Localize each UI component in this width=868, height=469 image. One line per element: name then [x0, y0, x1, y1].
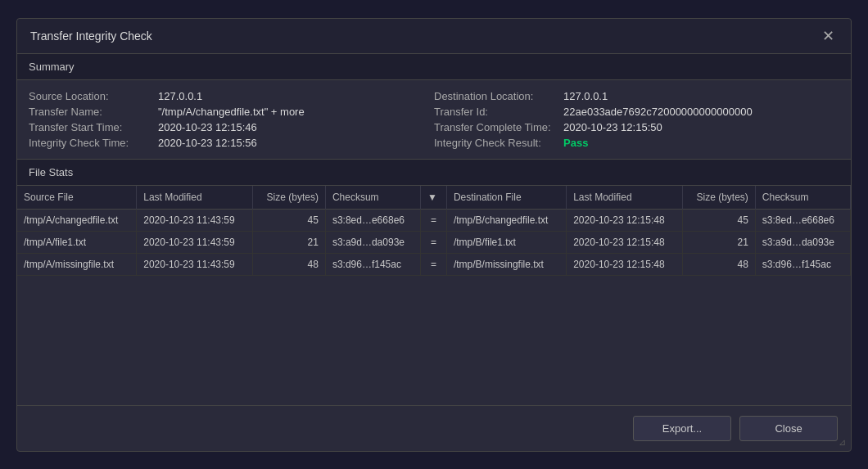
transfer-name-label: Transfer Name: [29, 106, 151, 118]
export-button[interactable]: Export... [633, 416, 731, 441]
table-row: /tmp/A/file1.txt 2020-10-23 11:43:59 21 … [17, 231, 851, 253]
close-button[interactable]: Close [739, 416, 838, 441]
src-modified-cell: 2020-10-23 11:43:59 [137, 231, 253, 253]
dst-checksum-cell: s3:8ed…e668e6 [755, 209, 850, 231]
src-modified-cell: 2020-10-23 11:43:59 [137, 253, 253, 275]
destination-location-row: Destination Location: 127.0.0.1 [434, 88, 839, 104]
close-icon-button[interactable]: ✕ [819, 29, 838, 43]
integrity-check-label: Integrity Check Time: [29, 137, 151, 149]
dst-file-cell: /tmp/B/changedfile.txt [446, 209, 566, 231]
src-checksum-cell: s3:8ed…e668e6 [325, 209, 420, 231]
source-location-label: Source Location: [29, 90, 151, 102]
transfer-name-value: "/tmp/A/changedfile.txt" + more [158, 106, 305, 118]
dst-modified-cell: 2020-10-23 12:15:48 [567, 253, 683, 275]
eq-cell: = [421, 231, 447, 253]
destination-location-label: Destination Location: [434, 90, 557, 102]
src-file-cell: /tmp/A/changedfile.txt [17, 209, 137, 231]
src-checksum-cell: s3:d96…f145ac [325, 253, 420, 275]
dst-size-cell: 45 [683, 209, 756, 231]
src-file-cell: /tmp/A/missingfile.txt [17, 253, 137, 275]
transfer-name-row: Transfer Name: "/tmp/A/changedfile.txt" … [29, 104, 434, 120]
src-size-cell: 21 [253, 231, 326, 253]
col-dst-size: Size (bytes) [683, 186, 756, 210]
transfer-integrity-dialog: Transfer Integrity Check ✕ Summary Sourc… [16, 18, 852, 452]
transfer-complete-value: 2020-10-23 12:15:50 [563, 121, 662, 133]
src-modified-cell: 2020-10-23 11:43:59 [137, 209, 253, 231]
integrity-result-label: Integrity Check Result: [434, 137, 557, 149]
col-src-file: Source File [17, 186, 137, 210]
table-row: /tmp/A/missingfile.txt 2020-10-23 11:43:… [17, 253, 851, 275]
destination-location-value: 127.0.0.1 [563, 90, 608, 102]
file-stats-table-wrapper: Source File Last Modified Size (bytes) C… [17, 186, 851, 276]
eq-cell: = [421, 209, 447, 231]
transfer-start-value: 2020-10-23 12:15:46 [158, 121, 257, 133]
file-stats-header: File Stats [17, 160, 851, 186]
summary-left-col: Source Location: 127.0.0.1 Transfer Name… [29, 88, 434, 151]
dst-file-cell: /tmp/B/missingfile.txt [446, 253, 566, 275]
transfer-start-label: Transfer Start Time: [29, 121, 151, 133]
src-size-cell: 45 [253, 209, 326, 231]
col-src-size: Size (bytes) [253, 186, 326, 210]
table-header-row: Source File Last Modified Size (bytes) C… [17, 186, 851, 210]
transfer-id-row: Transfer Id: 22ae033ade7692c720000000000… [434, 104, 839, 120]
dst-file-cell: /tmp/B/file1.txt [446, 231, 566, 253]
summary-section-header: Summary [17, 54, 851, 80]
resize-handle[interactable]: ⊿ [839, 437, 846, 448]
col-src-checksum: Checksum [325, 186, 420, 210]
transfer-id-value: 22ae033ade7692c72000000000000000 [563, 106, 753, 118]
file-stats-section: File Stats Source File Last Modified Siz… [17, 160, 851, 405]
dialog-footer: Export... Close [17, 405, 851, 451]
transfer-id-label: Transfer Id: [434, 106, 557, 118]
dst-modified-cell: 2020-10-23 12:15:48 [567, 231, 683, 253]
src-size-cell: 48 [253, 253, 326, 275]
integrity-result-row: Integrity Check Result: Pass [434, 135, 839, 151]
col-src-last-modified: Last Modified [137, 186, 253, 210]
transfer-complete-row: Transfer Complete Time: 2020-10-23 12:15… [434, 120, 839, 135]
integrity-check-row: Integrity Check Time: 2020-10-23 12:15:5… [29, 135, 434, 151]
summary-grid: Source Location: 127.0.0.1 Transfer Name… [17, 80, 851, 160]
dst-size-cell: 21 [683, 231, 756, 253]
col-dst-checksum: Checksum [755, 186, 850, 210]
dialog-header: Transfer Integrity Check ✕ [17, 19, 851, 54]
integrity-check-value: 2020-10-23 12:15:56 [158, 137, 257, 149]
src-file-cell: /tmp/A/file1.txt [17, 231, 137, 253]
source-location-row: Source Location: 127.0.0.1 [29, 88, 434, 104]
transfer-complete-label: Transfer Complete Time: [434, 121, 557, 133]
col-dst-file: Destination File [446, 186, 566, 210]
table-row: /tmp/A/changedfile.txt 2020-10-23 11:43:… [17, 209, 851, 231]
dst-checksum-cell: s3:a9d…da093e [755, 231, 850, 253]
source-location-value: 127.0.0.1 [158, 90, 202, 102]
file-stats-table: Source File Last Modified Size (bytes) C… [17, 186, 851, 276]
col-dst-last-modified: Last Modified [567, 186, 683, 210]
transfer-start-row: Transfer Start Time: 2020-10-23 12:15:46 [29, 120, 434, 135]
src-checksum-cell: s3:a9d…da093e [325, 231, 420, 253]
dst-checksum-cell: s3:d96…f145ac [755, 253, 850, 275]
dst-modified-cell: 2020-10-23 12:15:48 [567, 209, 683, 231]
dialog-title: Transfer Integrity Check [30, 29, 152, 43]
dst-size-cell: 48 [683, 253, 756, 275]
col-arrow[interactable]: ▼ [421, 186, 447, 210]
summary-right-col: Destination Location: 127.0.0.1 Transfer… [434, 88, 839, 151]
eq-cell: = [421, 253, 447, 275]
integrity-result-value: Pass [563, 137, 588, 149]
